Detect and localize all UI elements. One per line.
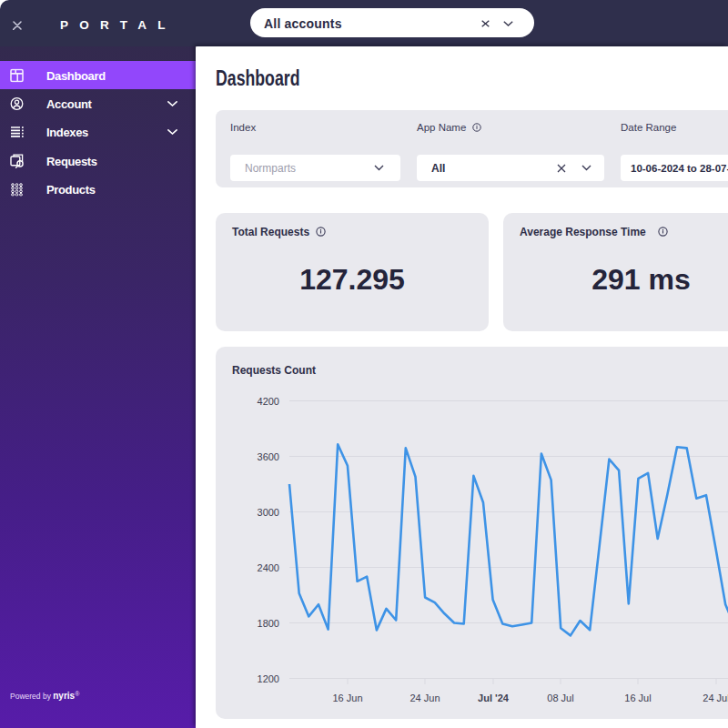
- svg-text:16 Jun: 16 Jun: [332, 693, 362, 703]
- svg-text:08 Jul: 08 Jul: [547, 693, 573, 703]
- svg-text:24 Jun: 24 Jun: [410, 693, 440, 703]
- svg-text:1800: 1800: [258, 618, 279, 629]
- svg-text:4200: 4200: [258, 396, 279, 407]
- svg-text:1200: 1200: [258, 673, 279, 684]
- svg-text:2400: 2400: [258, 562, 279, 573]
- svg-text:3600: 3600: [258, 451, 279, 462]
- svg-text:24 Jul: 24 Jul: [703, 693, 728, 703]
- svg-text:3000: 3000: [258, 507, 279, 518]
- svg-text:16 Jul: 16 Jul: [624, 693, 651, 703]
- svg-text:Jul '24: Jul '24: [478, 693, 510, 703]
